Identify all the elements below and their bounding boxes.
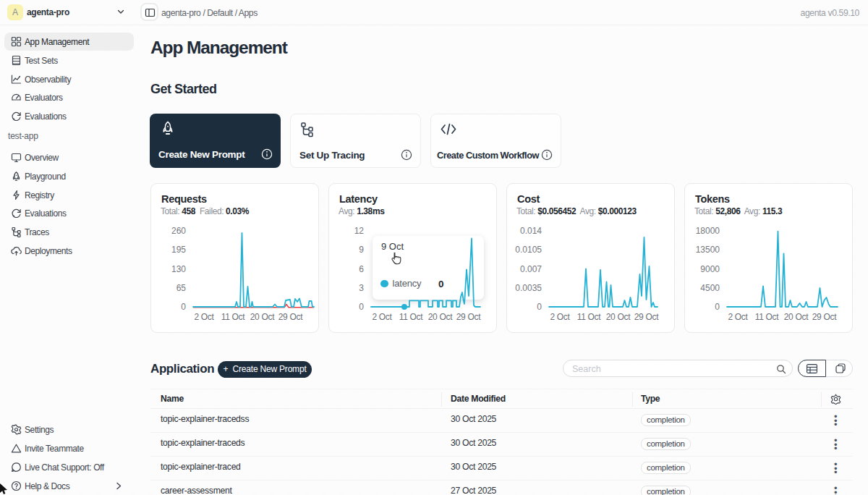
svg-text:195: 195: [171, 245, 186, 255]
svg-text:0: 0: [715, 302, 720, 312]
svg-text:3: 3: [359, 283, 364, 293]
svg-text:11 Oct: 11 Oct: [221, 312, 246, 322]
svg-text:0: 0: [537, 302, 542, 312]
svg-text:130: 130: [171, 264, 186, 274]
svg-text:13500: 13500: [696, 245, 720, 255]
svg-text:18000: 18000: [696, 226, 720, 236]
svg-text:9000: 9000: [700, 264, 720, 274]
svg-text:2 Oct: 2 Oct: [372, 312, 392, 322]
svg-text:29 Oct: 29 Oct: [812, 312, 838, 322]
svg-text:4500: 4500: [700, 283, 720, 293]
svg-text:0.0035: 0.0035: [515, 283, 542, 293]
svg-text:29 Oct: 29 Oct: [278, 312, 304, 322]
svg-text:20 Oct: 20 Oct: [428, 312, 454, 322]
svg-text:11 Oct: 11 Oct: [399, 312, 424, 322]
svg-text:2 Oct: 2 Oct: [550, 312, 570, 322]
svg-text:65: 65: [176, 283, 187, 293]
svg-text:0.0105: 0.0105: [515, 245, 542, 255]
svg-text:20 Oct: 20 Oct: [784, 312, 809, 322]
svg-text:11 Oct: 11 Oct: [577, 312, 602, 322]
svg-text:0.007: 0.007: [520, 264, 542, 274]
svg-text:20 Oct: 20 Oct: [250, 312, 276, 322]
svg-text:12: 12: [354, 226, 365, 236]
svg-text:29 Oct: 29 Oct: [456, 312, 482, 322]
svg-text:11 Oct: 11 Oct: [755, 312, 780, 322]
svg-text:0: 0: [359, 302, 364, 312]
svg-text:260: 260: [171, 226, 186, 236]
svg-text:0.014: 0.014: [520, 226, 542, 236]
svg-text:20 Oct: 20 Oct: [606, 312, 631, 322]
svg-text:2 Oct: 2 Oct: [728, 312, 748, 322]
svg-text:6: 6: [359, 264, 364, 274]
svg-text:29 Oct: 29 Oct: [634, 312, 660, 322]
svg-text:0: 0: [181, 302, 186, 312]
svg-text:2 Oct: 2 Oct: [194, 312, 214, 322]
svg-text:9: 9: [359, 245, 364, 255]
